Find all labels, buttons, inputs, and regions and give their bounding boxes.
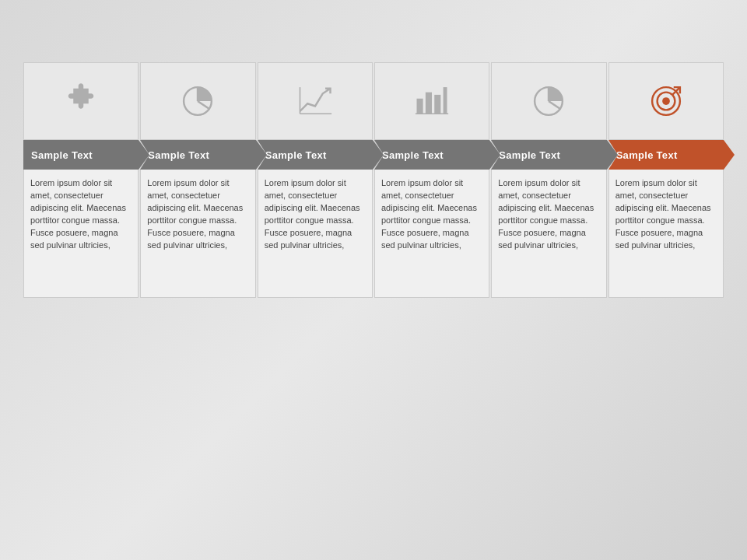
- step-body-2: Lorem ipsum dolor sit amet, consectetuer…: [140, 170, 255, 298]
- step-label-3: Sample Text: [258, 140, 373, 170]
- icon-box-2: [140, 62, 255, 140]
- step-body-4: Lorem ipsum dolor sit amet, consectetuer…: [374, 170, 489, 298]
- icon-box-5: [491, 62, 606, 140]
- icon-box-4: [374, 62, 489, 140]
- step-col-2: Sample TextLorem ipsum dolor sit amet, c…: [140, 62, 255, 298]
- icon-box-1: [23, 62, 139, 140]
- step-body-6: Lorem ipsum dolor sit amet, consectetuer…: [608, 170, 724, 298]
- step-col-5: Sample TextLorem ipsum dolor sit amet, c…: [491, 62, 606, 298]
- step-col-4: Sample TextLorem ipsum dolor sit amet, c…: [374, 62, 489, 298]
- slide: Sample TextLorem ipsum dolor sit amet, c…: [0, 0, 747, 560]
- step-col-6: Sample TextLorem ipsum dolor sit amet, c…: [608, 62, 724, 298]
- flow-container: Sample TextLorem ipsum dolor sit amet, c…: [23, 62, 724, 298]
- step-body-5: Lorem ipsum dolor sit amet, consectetuer…: [491, 170, 606, 298]
- step-label-5: Sample Text: [491, 140, 606, 170]
- svg-point-11: [662, 97, 670, 105]
- step-body-3: Lorem ipsum dolor sit amet, consectetuer…: [258, 170, 373, 298]
- svg-rect-5: [434, 95, 440, 114]
- step-label-2: Sample Text: [140, 140, 255, 170]
- svg-rect-6: [444, 87, 447, 114]
- icon-box-6: [608, 62, 724, 140]
- step-col-3: Sample TextLorem ipsum dolor sit amet, c…: [258, 62, 373, 298]
- svg-rect-4: [426, 93, 432, 114]
- step-body-1: Lorem ipsum dolor sit amet, consectetuer…: [23, 170, 139, 298]
- step-label-1: Sample Text: [23, 140, 139, 170]
- icon-box-3: [258, 62, 373, 140]
- step-label-6: Sample Text: [608, 140, 724, 170]
- step-label-4: Sample Text: [374, 140, 489, 170]
- svg-rect-3: [417, 99, 423, 114]
- step-col-1: Sample TextLorem ipsum dolor sit amet, c…: [23, 62, 139, 298]
